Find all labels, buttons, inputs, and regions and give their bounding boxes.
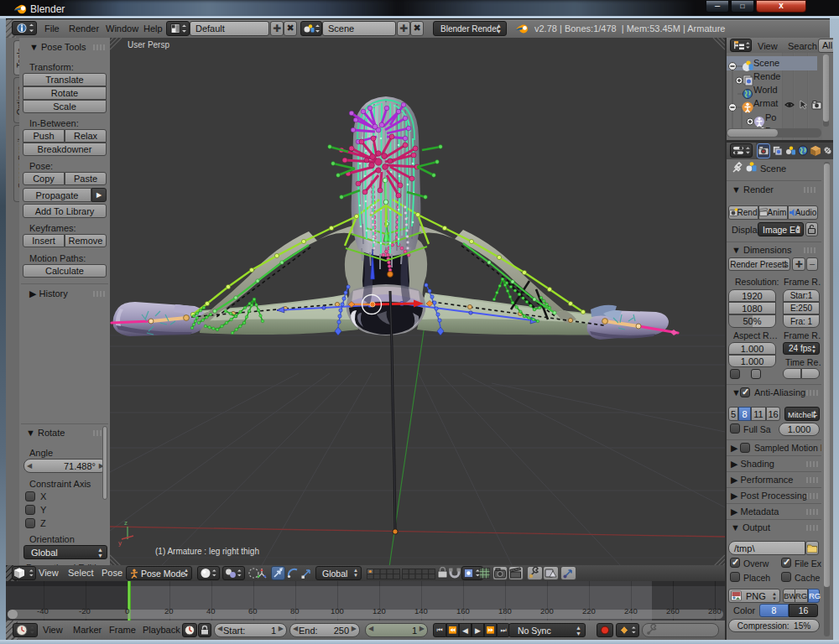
svg-text:User Persp: User Persp — [128, 40, 169, 49]
svg-text:(1) Armature : leg right thigh: (1) Armature : leg right thigh — [155, 547, 259, 556]
svg-text:z: z — [124, 519, 128, 527]
svg-text:y: y — [118, 539, 122, 547]
